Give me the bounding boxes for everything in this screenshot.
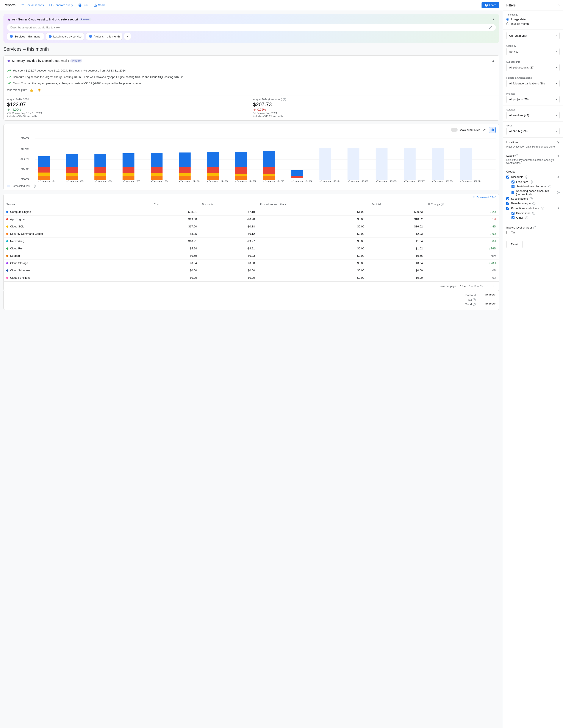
promotions-checkbox[interactable] — [506, 207, 509, 210]
forecast-help-icon[interactable]: ? — [283, 98, 286, 101]
rows-per-page-select[interactable]: 10 25 50 — [459, 285, 467, 288]
generate-query-button[interactable]: Generate query — [47, 2, 75, 8]
svg-rect-61 — [404, 148, 416, 180]
spending-help[interactable]: ? — [557, 191, 560, 194]
discounts-cell: -$0.12 — [199, 230, 257, 238]
quick-report-invoice[interactable]: Last invoice by service — [46, 33, 84, 40]
invoice-charges-help[interactable]: ? — [533, 226, 536, 229]
reseller-help[interactable]: ? — [532, 202, 535, 205]
promotions-cell: $0.00 — [257, 274, 367, 282]
reset-button[interactable]: Reset — [506, 241, 523, 248]
svg-rect-8 — [492, 128, 493, 131]
stats-row: August 1–19, 2024 $122.07 -4.09% -$5.21 … — [4, 95, 499, 120]
discounts-checkbox[interactable] — [506, 176, 509, 179]
promotions-collapsible[interactable]: Promotions and others ? ∧ — [506, 206, 560, 210]
promotions-cell: $0.00 — [257, 230, 367, 238]
prev-page-button[interactable]: ‹ — [485, 284, 489, 289]
cost-cell: $0.59 — [151, 252, 199, 260]
skus-select[interactable]: All SKUs (408) — [506, 128, 560, 135]
svg-text:Aug 31: Aug 31 — [460, 180, 481, 182]
locations-collapsible[interactable]: Locations ∨ — [506, 140, 560, 144]
line-chart-button[interactable] — [482, 127, 488, 133]
discounts-help-icon[interactable]: ? — [525, 176, 528, 179]
invoice-month-radio[interactable]: Invoice month — [506, 22, 560, 25]
summary-item-2: Compute Engine was the largest charge, c… — [7, 75, 496, 79]
reseller-margin-row[interactable]: Reseller margin ? — [506, 202, 560, 205]
subscriptions-row[interactable]: Subscriptions ? — [506, 197, 560, 200]
free-tiers-row[interactable]: Free tiers ? — [512, 180, 560, 184]
labels-collapsible[interactable]: Labels ? ∨ — [506, 154, 560, 158]
svg-rect-21 — [38, 167, 50, 173]
promotions-item-help[interactable]: ? — [532, 212, 535, 215]
svg-text:Aug 23: Aug 23 — [348, 180, 369, 182]
quick-reports: Services – this month Last invoice by se… — [7, 33, 496, 40]
spending-based-row[interactable]: Spending based discounts (contractual) ? — [512, 189, 560, 196]
labels-chevron: ∨ — [557, 154, 560, 158]
promotions-item-row[interactable]: Promotions ? — [512, 212, 560, 215]
change-cell: ↓ 6% — [425, 238, 499, 245]
services-filter-section: Services All services (47) — [503, 106, 563, 122]
subaccounts-select[interactable]: All subaccounts (27) — [506, 64, 560, 71]
current-stat: August 1–19, 2024 $122.07 -4.09% -$5.21 … — [7, 98, 249, 118]
promotions-help[interactable]: ? — [541, 207, 544, 210]
next-page-button[interactable]: › — [492, 284, 496, 289]
see-all-reports-button[interactable]: See all reports — [19, 2, 46, 8]
change-cell: ↓ 2% — [425, 208, 499, 216]
learn-button[interactable]: Learn — [482, 2, 499, 8]
services-select[interactable]: All services (47) — [506, 112, 560, 119]
service-color-dot — [6, 233, 8, 235]
group-by-select[interactable]: Service — [506, 48, 560, 55]
projects-select[interactable]: All projects (55) — [506, 96, 560, 103]
svg-rect-50 — [235, 174, 247, 176]
svg-rect-60 — [376, 148, 388, 180]
svg-text:$0: $0 — [20, 178, 30, 180]
tax-help-icon[interactable]: ? — [473, 298, 476, 301]
discounts-cell: $0.00 — [199, 260, 257, 267]
thumbs-up-button[interactable]: 👍 — [29, 88, 34, 93]
cumulative-toggle[interactable]: Show cumulative — [451, 128, 480, 132]
discounts-cell: $0.00 — [199, 267, 257, 274]
other-help[interactable]: ? — [525, 216, 528, 219]
quick-reports-next-button[interactable]: › — [124, 33, 131, 40]
svg-rect-46 — [207, 173, 219, 176]
labels-help-icon[interactable]: ? — [515, 154, 518, 157]
projects-section: Projects All projects (55) — [503, 90, 563, 106]
subtotal-cell: $0.00 — [367, 267, 425, 274]
usage-date-radio[interactable]: Usage date — [506, 18, 560, 21]
gemini-collapse-button[interactable]: ▲ — [491, 17, 496, 22]
svg-text:$6: $6 — [20, 147, 30, 150]
folders-select[interactable]: All folders/organizations (28) — [506, 80, 560, 87]
total-help-icon[interactable]: ? — [473, 303, 476, 306]
filters-collapse-button[interactable]: › — [558, 3, 560, 8]
quick-report-projects[interactable]: Projects – this month — [86, 33, 122, 40]
quick-report-services[interactable]: Services – this month — [7, 33, 44, 40]
gemini-input[interactable] — [10, 26, 487, 29]
service-color-dot — [6, 262, 8, 264]
download-icon — [473, 196, 476, 199]
tax-row[interactable]: Tax — [506, 231, 560, 234]
share-button[interactable]: Share — [91, 2, 108, 8]
current-month-select[interactable]: Current month — [506, 32, 560, 39]
summary-collapse-button[interactable]: ▲ — [491, 58, 496, 63]
discounts-collapsible[interactable]: Discounts ? ∧ — [506, 175, 560, 179]
sustained-use-row[interactable]: Sustained use discounts ? — [512, 185, 560, 188]
svg-text:Aug 9: Aug 9 — [151, 180, 168, 182]
sustained-help[interactable]: ? — [548, 185, 551, 188]
forecasted-help-icon[interactable]: ? — [33, 185, 36, 188]
svg-rect-28 — [94, 154, 106, 167]
change-help-icon[interactable]: ? — [441, 203, 444, 206]
labels-section: Labels ? ∨ Select the key and values of … — [503, 151, 563, 167]
table-row: Networking $10.91 -$9.27 $0.00 $1.64 ↓ 6… — [4, 238, 499, 245]
print-button[interactable]: Print — [76, 2, 90, 8]
other-row[interactable]: Other ? — [512, 216, 560, 219]
discounts-cell: -$0.98 — [199, 216, 257, 223]
thumbs-down-button[interactable]: 👎 — [36, 88, 42, 93]
download-csv-button[interactable]: Download CSV — [473, 196, 496, 199]
subscriptions-help[interactable]: ? — [530, 197, 533, 200]
change-cell: ↓ 76% — [425, 245, 499, 252]
locations-chevron: ∨ — [557, 140, 560, 144]
bar-chart-button[interactable] — [489, 127, 496, 133]
promotions-cell: -$1.00 — [257, 208, 367, 216]
free-tiers-help[interactable]: ? — [530, 180, 533, 184]
service-color-dot — [6, 255, 8, 257]
